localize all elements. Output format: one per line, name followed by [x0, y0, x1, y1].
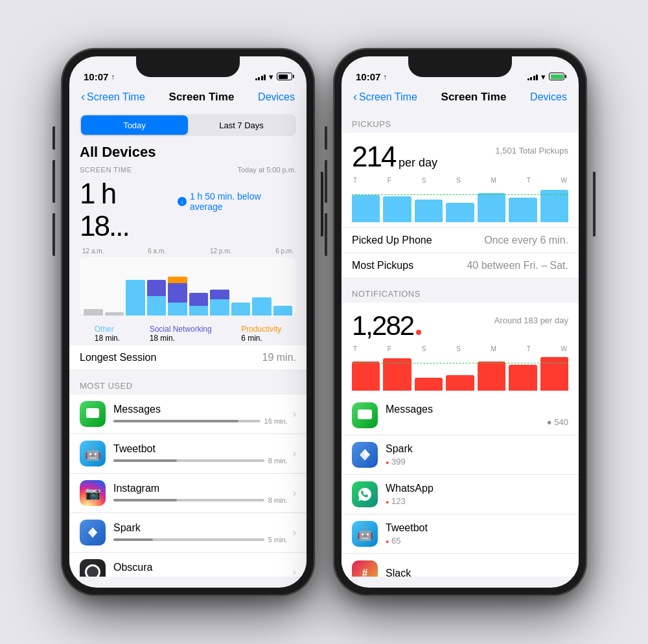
notif-app-icon-slack: #	[352, 560, 378, 577]
notifications-section-header: NOTIFICATIONS	[341, 279, 579, 303]
notifications-per-day: Around 183 per day	[494, 316, 568, 325]
notification-red-dot	[416, 330, 421, 335]
dashed-line-pickups	[352, 194, 568, 195]
picked-up-phone-row: Picked Up Phone Once every 6 min.	[341, 228, 579, 253]
pickups-per-day-label: per day	[399, 156, 437, 169]
status-icons-2: ▾	[527, 72, 565, 82]
segment-control-1: Today Last 7 Days	[80, 114, 296, 136]
content-2: PICKUPS 214 per day 1,501 Total Pickups …	[341, 109, 579, 577]
dashed-line-notif	[352, 363, 568, 363]
chart-area: 12 a.m. 6 a.m. 12 p.m. 6 p.m.	[69, 244, 307, 319]
list-item[interactable]: Spark 5 min. ›	[69, 513, 307, 553]
screen-time-date: Today at 5:00 p.m.	[238, 166, 297, 174]
nav-title-1: Screen Time	[169, 91, 235, 104]
chevron-icon: ›	[293, 566, 296, 577]
nav-back-label-1[interactable]: Screen Time	[87, 91, 145, 103]
pickups-card: 214 per day 1,501 Total Pickups T F S S …	[341, 133, 579, 227]
chart-bars	[80, 257, 296, 316]
location-arrow-2: ↑	[383, 73, 387, 80]
list-item[interactable]: Messages 16 min. ›	[69, 395, 307, 434]
whatsapp-label: WhatsApp	[386, 483, 568, 494]
phone-2: 10:07 ↑ ▾	[334, 49, 586, 595]
big-time-number: 1 h 18...	[80, 178, 171, 242]
time-label-1: 10:07	[84, 71, 108, 82]
chart-categories: Other 18 min. Social Networking 18 min. …	[69, 319, 307, 345]
list-item[interactable]: # Slack	[341, 554, 579, 577]
cat-productivity: Productivity 6 min.	[241, 325, 281, 343]
wifi-icon-2: ▾	[541, 72, 546, 82]
all-devices-heading: All Devices	[69, 141, 307, 162]
screen-time-section-label: SCREEN TIME	[80, 166, 132, 174]
content-1: Today Last 7 Days All Devices SCREEN TIM…	[69, 109, 307, 577]
segment-today[interactable]: Today	[81, 115, 188, 135]
app-icon-messages	[80, 401, 106, 427]
notifications-card: 1,282 Around 183 per day T F S S M	[341, 303, 579, 396]
list-item[interactable]: Obscura 2 min. ›	[69, 553, 307, 577]
list-item[interactable]: Messages ● 540	[341, 396, 579, 435]
chevron-icon: ›	[293, 487, 296, 499]
app-list-1: Messages 16 min. ›	[69, 395, 307, 577]
nav-bar-1: ‹ Screen Time Screen Time Devices	[69, 87, 307, 109]
below-average: ↓ 1 h 50 min. below average	[178, 191, 296, 212]
notifications-chart: T F S S M T W	[352, 345, 568, 391]
nav-title-2: Screen Time	[441, 91, 507, 104]
pickups-number: 214	[352, 141, 395, 172]
notif-app-icon-whatsapp	[352, 481, 378, 507]
location-arrow-1: ↑	[111, 73, 115, 80]
most-pickups-row: Most Pickups 40 between Fri. – Sat.	[341, 253, 579, 279]
down-arrow-icon: ↓	[178, 197, 187, 206]
phone-1: 10:07 ↑ ▾	[62, 49, 314, 595]
app-icon-spark	[80, 520, 106, 546]
wifi-icon-1: ▾	[269, 72, 273, 82]
notifications-number: 1,282	[352, 310, 413, 341]
pickups-total: 1,501 Total Pickups	[496, 146, 569, 155]
cat-social: Social Networking 18 min.	[150, 325, 212, 343]
notif-app-icon-tweetbot: 🤖	[352, 521, 378, 547]
list-item[interactable]: 🤖 Tweetbot ● 65	[341, 514, 579, 554]
nav-right-1[interactable]: Devices	[258, 91, 295, 103]
chevron-icon: ›	[293, 408, 296, 420]
pickups-chart: T F S S M T W	[352, 177, 568, 222]
nav-bar-2: ‹ Screen Time Screen Time Devices	[341, 87, 579, 109]
nav-back-1[interactable]: ‹ Screen Time	[81, 90, 145, 104]
chevron-icon: ›	[293, 527, 296, 538]
chevron-icon: ›	[293, 448, 296, 459]
battery-icon-2	[549, 73, 564, 80]
notif-app-icon-messages	[352, 402, 378, 428]
app-icon-obscura	[80, 559, 106, 577]
chart-time-labels: 12 a.m. 6 a.m. 12 p.m. 6 p.m.	[80, 247, 296, 255]
list-item[interactable]: Spark ● 399	[341, 435, 579, 475]
picked-up-value: Once every 6 min.	[484, 235, 568, 246]
longest-session-value: 19 min.	[262, 352, 296, 363]
status-icons-1: ▾	[255, 72, 293, 82]
nav-back-2[interactable]: ‹ Screen Time	[353, 90, 417, 104]
notification-app-list: Messages ● 540	[341, 396, 579, 577]
nav-back-label-2[interactable]: Screen Time	[359, 91, 417, 103]
app-icon-instagram: 📷	[80, 480, 106, 506]
nav-right-2[interactable]: Devices	[530, 91, 567, 103]
most-used-section-header: MOST USED	[69, 371, 307, 395]
signal-bars-1	[255, 73, 266, 80]
signal-bars-2	[527, 73, 538, 80]
pickup-stats: Picked Up Phone Once every 6 min. Most P…	[341, 227, 579, 279]
below-average-text: 1 h 50 min. below average	[190, 191, 296, 212]
list-item[interactable]: 📷 Instagram 8 min. ›	[69, 474, 307, 513]
battery-icon-1	[277, 73, 292, 80]
time-label-2: 10:07	[356, 71, 380, 82]
pickups-section-header: PICKUPS	[341, 109, 579, 133]
picked-up-label: Picked Up Phone	[352, 235, 432, 246]
longest-session-row: Longest Session 19 min.	[69, 345, 307, 371]
list-item[interactable]: 🤖 Tweetbot 8 min. ›	[69, 434, 307, 474]
status-time-2: 10:07 ↑	[356, 71, 387, 82]
cat-other: Other 18 min.	[95, 325, 120, 343]
most-pickups-value: 40 between Fri. – Sat.	[467, 260, 568, 271]
status-time-1: 10:07 ↑	[84, 71, 115, 82]
app-icon-tweetbot: 🤖	[80, 441, 106, 466]
notif-app-icon-spark	[352, 442, 378, 468]
screen-time-label-row: SCREEN TIME Today at 5:00 p.m.	[69, 162, 307, 175]
segment-last7[interactable]: Last 7 Days	[188, 115, 295, 135]
most-pickups-label: Most Pickups	[352, 260, 413, 271]
big-time-display: 1 h 18... ↓ 1 h 50 min. below average	[69, 175, 307, 244]
list-item[interactable]: WhatsApp ● 123	[341, 475, 579, 514]
longest-session-label: Longest Session	[80, 352, 156, 363]
